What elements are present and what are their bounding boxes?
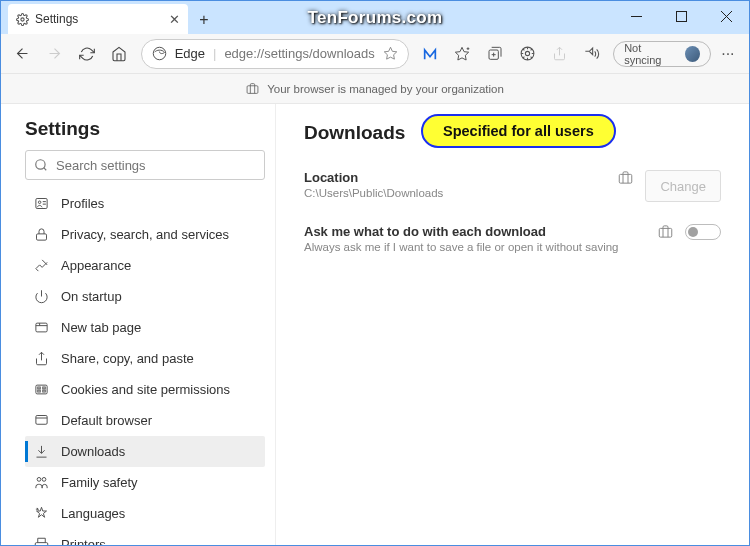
policy-icon [658, 224, 673, 239]
favorite-icon[interactable] [383, 46, 398, 61]
svg-rect-40 [620, 174, 633, 183]
collections-icon[interactable] [480, 38, 510, 70]
share-icon [33, 351, 49, 366]
location-label: Location [304, 170, 606, 185]
sidebar-item-label: Profiles [61, 196, 104, 211]
sidebar-item-label: Languages [61, 506, 125, 521]
language-icon [33, 506, 49, 521]
sidebar-item-label: Privacy, search, and services [61, 227, 229, 242]
sidebar-item-label: Printers [61, 537, 106, 545]
sidebar-item-profiles[interactable]: Profiles [25, 188, 265, 219]
annotation-callout: Specified for all users [421, 114, 616, 148]
managed-text: Your browser is managed by your organiza… [267, 83, 504, 95]
window-close-button[interactable] [704, 1, 749, 31]
tab-title: Settings [35, 12, 78, 26]
sidebar-item-printers[interactable]: Printers [25, 529, 265, 545]
more-button[interactable]: ··· [713, 38, 743, 70]
ask-download-sub: Always ask me if I want to save a file o… [304, 241, 646, 253]
malwarebytes-icon[interactable] [415, 38, 445, 70]
svg-rect-41 [659, 228, 672, 237]
svg-rect-2 [677, 11, 687, 21]
appearance-icon [33, 258, 49, 273]
ask-download-label: Ask me what to do with each download [304, 224, 646, 239]
sidebar-item-default-browser[interactable]: Default browser [25, 405, 265, 436]
family-icon [33, 475, 49, 490]
power-icon [33, 289, 49, 304]
sidebar-item-label: Cookies and site permissions [61, 382, 230, 397]
sidebar-item-privacy-search-and-services[interactable]: Privacy, search, and services [25, 219, 265, 250]
sidebar-item-new-tab-page[interactable]: New tab page [25, 312, 265, 343]
settings-heading: Settings [25, 118, 265, 140]
svg-rect-28 [42, 390, 45, 392]
svg-rect-20 [36, 234, 46, 240]
back-button[interactable] [7, 38, 37, 70]
sidebar-item-cookies-and-site-permissions[interactable]: Cookies and site permissions [25, 374, 265, 405]
profile-avatar [685, 46, 700, 62]
maximize-button[interactable] [659, 1, 704, 31]
svg-point-16 [36, 160, 45, 169]
svg-marker-7 [456, 47, 469, 60]
sidebar-item-label: Share, copy, and paste [61, 351, 194, 366]
lock-icon [33, 227, 49, 242]
svg-line-17 [44, 168, 47, 171]
title-bar: Settings ✕ + [1, 1, 749, 34]
tab-close-icon[interactable]: ✕ [169, 12, 180, 27]
svg-rect-24 [35, 385, 46, 394]
newtab-icon [33, 320, 49, 335]
refresh-button[interactable] [72, 38, 102, 70]
address-separator: | [213, 46, 216, 61]
gear-icon [16, 13, 29, 26]
svg-rect-27 [37, 390, 40, 392]
address-label: Edge [175, 46, 205, 61]
change-button: Change [645, 170, 721, 202]
download-icon [33, 444, 49, 459]
profile-icon [33, 196, 49, 211]
sync-button[interactable]: Not syncing [613, 41, 711, 67]
sidebar-item-label: Family safety [61, 475, 138, 490]
managed-banner: Your browser is managed by your organiza… [1, 74, 749, 104]
sidebar-item-label: New tab page [61, 320, 141, 335]
settings-sidebar: Settings ProfilesPrivacy, search, and se… [1, 104, 276, 545]
settings-main: Downloads Specified for all users Locati… [276, 104, 749, 545]
svg-point-0 [21, 17, 24, 20]
location-row: Location C:\Users\Public\Downloads Chang… [304, 162, 721, 216]
search-input[interactable] [56, 158, 256, 173]
cookie-icon [33, 382, 49, 397]
svg-point-19 [38, 201, 41, 204]
ask-download-toggle [685, 224, 721, 240]
search-settings[interactable] [25, 150, 265, 180]
location-path: C:\Users\Public\Downloads [304, 187, 606, 199]
svg-rect-26 [42, 387, 45, 389]
edge-icon [152, 46, 167, 61]
forward-button[interactable] [39, 38, 69, 70]
sidebar-item-on-startup[interactable]: On startup [25, 281, 265, 312]
address-bar[interactable]: Edge | edge://settings/downloads [141, 39, 409, 69]
browser-tab[interactable]: Settings ✕ [8, 4, 188, 34]
svg-rect-21 [35, 323, 46, 332]
sidebar-item-languages[interactable]: Languages [25, 498, 265, 529]
svg-rect-29 [35, 416, 46, 425]
toolbar: Edge | edge://settings/downloads Not syn… [1, 34, 749, 74]
sidebar-item-label: On startup [61, 289, 122, 304]
sidebar-item-share-copy-and-paste[interactable]: Share, copy, and paste [25, 343, 265, 374]
extensions-icon[interactable] [512, 38, 542, 70]
search-icon [34, 158, 48, 172]
read-aloud-icon[interactable] [577, 38, 607, 70]
policy-icon [618, 170, 633, 185]
sidebar-item-family-safety[interactable]: Family safety [25, 467, 265, 498]
svg-marker-6 [384, 47, 397, 59]
home-button[interactable] [104, 38, 134, 70]
svg-rect-25 [37, 387, 40, 389]
new-tab-button[interactable]: + [190, 6, 218, 34]
sync-label: Not syncing [624, 42, 678, 66]
share-icon[interactable] [544, 38, 574, 70]
sidebar-item-downloads[interactable]: Downloads [25, 436, 265, 467]
briefcase-icon [246, 82, 259, 95]
favorites-icon[interactable] [447, 38, 477, 70]
sidebar-item-appearance[interactable]: Appearance [25, 250, 265, 281]
svg-point-31 [37, 478, 41, 482]
sidebar-item-label: Appearance [61, 258, 131, 273]
sidebar-item-label: Default browser [61, 413, 152, 428]
svg-rect-15 [247, 86, 258, 94]
minimize-button[interactable] [614, 1, 659, 31]
